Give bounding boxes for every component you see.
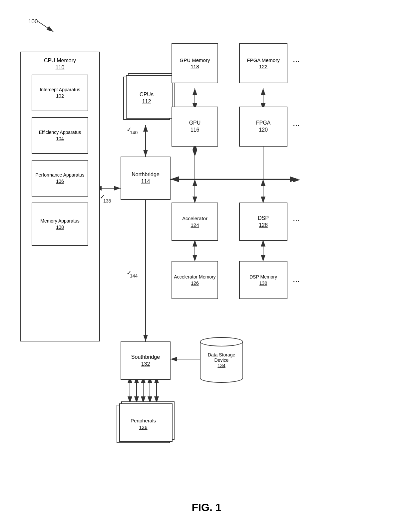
gpu-memory-label: GPU Memory (180, 57, 210, 64)
dsp-memory-ref: 130 (259, 280, 267, 286)
diagram: 100 CPU Memory 110 Intercept Apparatus 1… (0, 0, 413, 532)
efficiency-box: Efficiency Apparatus 104 (32, 117, 88, 154)
intercept-ref: 102 (56, 93, 64, 99)
accelerator-box: Accelerator 124 (172, 203, 218, 241)
accelerator-memory-ref: 126 (191, 280, 199, 286)
southbridge-ref: 132 (141, 361, 150, 368)
memory-app-label: Memory Apparatus (40, 218, 80, 224)
fpga-memory-label: FPGA Memory (247, 57, 279, 64)
accelerator-memory-label: Accelerator Memory (174, 274, 215, 280)
performance-ref: 106 (56, 178, 64, 184)
cpus-ref: 112 (142, 98, 151, 105)
cpu-memory-label: CPU Memory (44, 57, 76, 64)
efficiency-ref: 104 (56, 136, 64, 142)
ref-144-tick: ✓ (127, 269, 132, 276)
peripherals-label: Peripherals (131, 417, 156, 424)
peripherals-box: Peripherals 136 (117, 405, 170, 443)
gpu-ref: 116 (191, 127, 200, 134)
accelerator-ref: 124 (191, 222, 199, 229)
southbridge-label: Southbridge (131, 354, 160, 361)
cpus-box: CPUs 112 (123, 77, 170, 120)
northbridge-ref: 114 (141, 178, 150, 185)
dsp-memory-box: DSP Memory 130 (239, 261, 287, 299)
efficiency-label: Efficiency Apparatus (39, 129, 81, 135)
svg-line-25 (38, 22, 53, 32)
accelerator-label: Accelerator (182, 215, 207, 222)
gpu-memory-ref: 118 (191, 63, 199, 70)
intercept-label: Intercept Apparatus (40, 87, 80, 93)
fpga-memory-box: FPGA Memory 122 (239, 43, 287, 83)
ellipsis-dsp-memory: ... (293, 276, 300, 283)
southbridge-box: Southbridge 132 (121, 341, 171, 380)
peripherals-ref: 136 (139, 424, 147, 431)
accelerator-memory-box: Accelerator Memory 126 (172, 261, 218, 299)
dsp-label: DSP (258, 215, 269, 222)
data-storage-cylinder: Data Storage Device 134 (198, 337, 245, 387)
cpu-memory-ref: 110 (44, 64, 76, 71)
fpga-box: FPGA 120 (239, 107, 287, 147)
northbridge-box: Northbridge 114 (121, 157, 171, 200)
northbridge-label: Northbridge (132, 171, 160, 178)
fpga-memory-ref: 122 (259, 63, 267, 70)
memory-app-box: Memory Apparatus 108 (32, 203, 88, 246)
ellipsis-dsp: ... (293, 216, 300, 223)
dsp-box: DSP 128 (239, 203, 287, 241)
performance-box: Performance Apparatus 106 (32, 160, 88, 197)
dsp-memory-label: DSP Memory (249, 274, 277, 280)
main-ref-arrow (37, 20, 57, 33)
fpga-ref: 120 (259, 127, 268, 134)
data-storage-ref: 134 (217, 363, 225, 368)
fig-label: FIG. 1 (0, 501, 413, 514)
dsp-ref: 128 (259, 222, 268, 229)
ellipsis-fpga: ... (293, 121, 300, 128)
ellipsis-fpga-memory: ... (293, 57, 300, 64)
data-storage-label: Data Storage Device (201, 352, 242, 363)
memory-app-ref: 108 (56, 224, 64, 230)
fpga-label: FPGA (256, 120, 271, 127)
gpu-memory-box: GPU Memory 118 (172, 43, 218, 83)
cpu-memory-box: CPU Memory 110 Intercept Apparatus 102 E… (20, 52, 100, 341)
intercept-box: Intercept Apparatus 102 (32, 75, 88, 111)
cpus-label: CPUs (140, 91, 154, 98)
ref-140-tick: ✓ (127, 126, 132, 133)
ref-138-tick: ✓ (100, 193, 105, 201)
gpu-label: GPU (189, 120, 201, 127)
gpu-box: GPU 116 (172, 107, 218, 147)
performance-label: Performance Apparatus (35, 172, 84, 178)
